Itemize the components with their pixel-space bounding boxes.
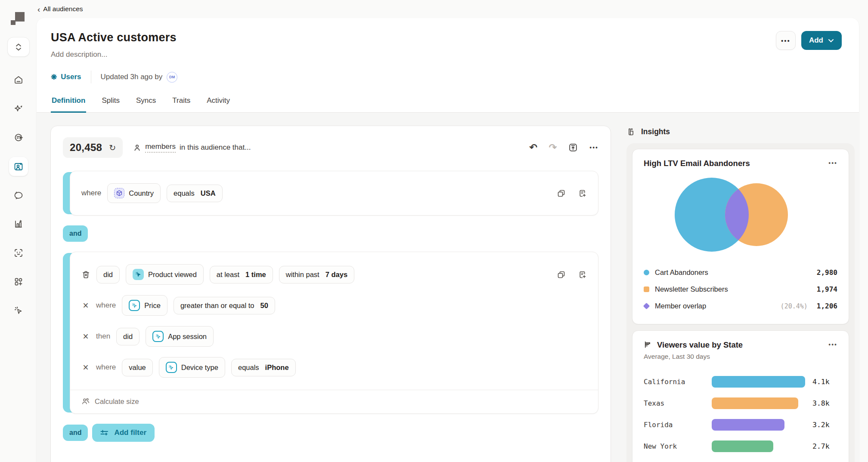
sidebar-item-conversations[interactable] — [9, 186, 28, 205]
tab-activity[interactable]: Activity — [206, 94, 231, 113]
operator-chip-equals-usa[interactable]: equals USA — [167, 185, 222, 202]
avatar[interactable]: DM — [167, 72, 177, 83]
did-chip[interactable]: did — [96, 266, 120, 283]
bar-value: 3.2k — [812, 421, 837, 429]
refresh-icon[interactable]: ↻ — [109, 143, 116, 153]
builder-toolbar: ↶ ↷ ••• — [529, 142, 598, 153]
delete-icon[interactable] — [81, 270, 90, 279]
legend-percent: (20.4%) — [781, 302, 808, 310]
add-note-icon[interactable] — [578, 270, 587, 279]
insights-icon — [627, 127, 636, 136]
legend-value: 1,974 — [817, 285, 837, 293]
tab-splits[interactable]: Splits — [101, 94, 121, 113]
more-options-button[interactable]: ••• — [776, 31, 796, 50]
sidebar-item-identity-scan[interactable] — [9, 243, 28, 262]
snowflake-icon: ❋ — [51, 73, 57, 82]
home-icon — [13, 75, 24, 85]
insights-rail: Insights High LTV Email Abandoners ••• — [626, 126, 855, 462]
shapes-plus-icon — [13, 277, 24, 287]
property-chip-price[interactable]: Price — [122, 295, 167, 316]
legend-label: Cart Abandoners — [655, 268, 811, 277]
row-actions — [557, 189, 587, 198]
property-chip-device-type[interactable]: Device type — [159, 357, 225, 378]
add-filter-label: Add filter — [114, 428, 146, 437]
bar-card-title: Viewers value by State — [657, 340, 743, 350]
legend-label: Member overlap — [655, 302, 775, 310]
filter-icon — [100, 429, 108, 436]
bar — [712, 397, 798, 409]
duplicate-icon[interactable] — [557, 270, 566, 279]
entity-type-label: Users — [61, 73, 81, 81]
tab-syncs[interactable]: Syncs — [135, 94, 157, 113]
condition-country: where Country equals USA — [63, 171, 598, 216]
bar-card-subtitle: Average, Last 30 days — [644, 353, 837, 360]
event-chip-app-session[interactable]: App session — [146, 326, 214, 347]
sidebar-item-analytics[interactable] — [9, 215, 28, 234]
bar — [712, 376, 805, 388]
keyword-where: where — [81, 189, 101, 197]
sidebar-item-home[interactable] — [9, 71, 28, 89]
sidebar-item-audiences[interactable] — [9, 157, 28, 176]
members-selector[interactable]: members — [145, 142, 176, 153]
time-window-chip[interactable]: within past 7 days — [279, 266, 354, 283]
event-property-icon — [129, 300, 140, 311]
venn-diagram — [644, 172, 837, 260]
operator-value: 50 — [260, 302, 268, 310]
bar-category: New York — [644, 442, 712, 450]
redo-icon[interactable]: ↷ — [549, 142, 557, 153]
value-chip[interactable]: value — [122, 359, 152, 376]
person-icon — [133, 144, 141, 152]
group-row-event: did Product viewed at least 1 time — [70, 264, 598, 285]
and-connector[interactable]: and — [63, 425, 88, 441]
bar-chart-plus-icon — [13, 219, 24, 229]
cursor-sparkle-icon — [13, 305, 24, 316]
property-chip-country[interactable]: Country — [107, 183, 161, 203]
keyword-where: where — [96, 363, 116, 372]
definition-content: 20,458 ↻ members in this audience that..… — [37, 113, 859, 462]
card-more-icon[interactable]: ••• — [828, 159, 837, 166]
sidebar-item-journeys[interactable] — [9, 301, 28, 320]
tab-traits[interactable]: Traits — [171, 94, 191, 113]
sidebar-item-catalog[interactable] — [9, 272, 28, 291]
sidebar-item-personas[interactable] — [9, 128, 28, 147]
sparkle-icon — [13, 104, 24, 114]
duplicate-icon[interactable] — [557, 189, 566, 198]
operator-chip-equals-iphone[interactable]: equals iPhone — [231, 359, 296, 376]
property-chip-label: Device type — [181, 363, 218, 372]
remove-condition-icon[interactable]: × — [81, 363, 90, 373]
add-filter-button[interactable]: Add filter — [92, 424, 155, 442]
back-to-all-audiences-link[interactable]: ‹ All audiences — [37, 5, 83, 13]
audience-add-icon — [13, 161, 24, 172]
app-logo — [10, 9, 27, 27]
face-scan-icon — [13, 248, 24, 258]
workspace-switcher[interactable] — [7, 37, 30, 57]
insight-card-venn: High LTV Email Abandoners ••• Cart Aband… — [632, 149, 849, 324]
and-connector[interactable]: and — [63, 225, 88, 242]
card-more-icon[interactable]: ••• — [828, 340, 837, 348]
calculate-size-button[interactable]: Calculate size — [70, 390, 598, 413]
sidebar-nav — [9, 71, 28, 320]
sidebar-item-ai-assistant[interactable] — [9, 99, 28, 118]
add-note-icon[interactable] — [578, 189, 587, 198]
operator-chip-gte-50[interactable]: greater than or equal to 50 — [174, 297, 275, 314]
remove-condition-icon[interactable]: × — [81, 301, 90, 311]
event-chip-label: Product viewed — [148, 271, 197, 279]
did-chip[interactable]: did — [116, 328, 140, 345]
bar-category: California — [644, 378, 712, 386]
add-button[interactable]: Add — [801, 31, 842, 50]
remove-condition-icon[interactable]: × — [81, 332, 90, 342]
builder-more-icon[interactable]: ••• — [589, 144, 598, 151]
legend-marker-circle — [644, 270, 649, 275]
undo-icon[interactable]: ↶ — [529, 142, 537, 153]
chat-sparkle-icon — [13, 190, 24, 200]
operator-label: greater than or equal to — [180, 302, 254, 310]
entity-type-users[interactable]: ❋ Users — [51, 73, 81, 82]
save-icon[interactable] — [568, 143, 578, 152]
member-count: 20,458 — [70, 142, 102, 154]
frequency-chip[interactable]: at least 1 time — [210, 266, 273, 283]
description-placeholder[interactable]: Add description... — [51, 50, 177, 59]
property-icon — [114, 188, 124, 198]
tab-definition[interactable]: Definition — [51, 94, 86, 113]
keyword-then: then — [96, 332, 110, 341]
event-chip-product-viewed[interactable]: Product viewed — [126, 264, 204, 285]
